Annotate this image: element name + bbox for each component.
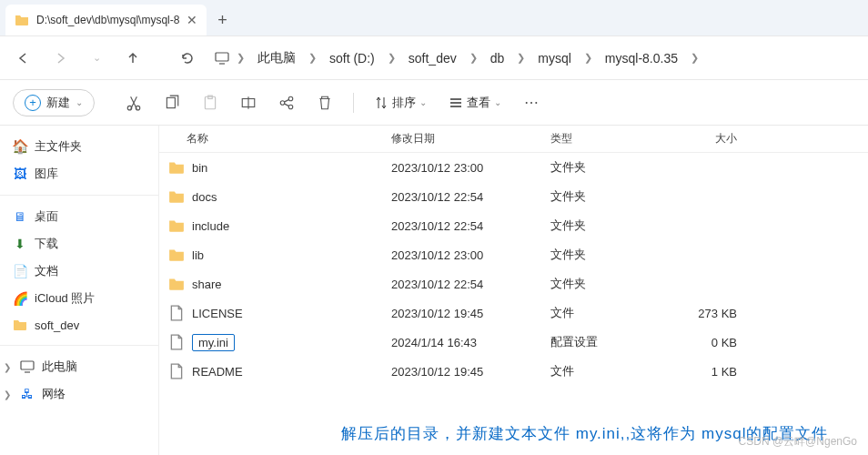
cut-button[interactable] <box>118 87 149 118</box>
forward-button[interactable] <box>44 42 76 75</box>
file-size: 273 KB <box>664 307 755 320</box>
sort-button[interactable]: 排序 ⌄ <box>367 91 434 115</box>
paste-icon <box>202 95 218 111</box>
chevron-right-icon[interactable]: ❯ <box>582 52 594 64</box>
copy-button[interactable] <box>156 87 187 118</box>
document-icon: 📄 <box>13 264 27 278</box>
sort-icon <box>374 96 389 110</box>
sidebar-item-label: iCloud 照片 <box>35 290 95 307</box>
delete-button[interactable] <box>309 87 340 118</box>
sidebar-item-soft_dev[interactable]: soft_dev <box>0 312 158 338</box>
col-type[interactable]: 类型 <box>550 131 664 147</box>
close-tab-icon[interactable]: ✕ <box>187 13 197 27</box>
folder-icon <box>168 217 185 234</box>
file-name: LICENSE <box>192 307 243 320</box>
share-icon <box>278 95 295 111</box>
file-name: lib <box>192 248 204 262</box>
sidebar-item-网络[interactable]: ❯🖧网络 <box>0 380 158 408</box>
share-button[interactable] <box>271 87 302 118</box>
crumb-0[interactable]: 此电脑 <box>252 46 301 70</box>
back-button[interactable] <box>7 42 40 75</box>
toolbar: + 新建 ⌄ 排序 ⌄ 查看 ⌄ ⋯ <box>0 80 868 126</box>
file-row[interactable]: lib2023/10/12 23:00文件夹 <box>159 240 868 269</box>
sidebar-item-此电脑[interactable]: ❯此电脑 <box>0 353 158 380</box>
sidebar-item-label: 主文件夹 <box>35 138 82 155</box>
file-date: 2023/10/12 22:54 <box>391 219 550 233</box>
sidebar-item-主文件夹[interactable]: 🏠主文件夹 <box>0 133 158 160</box>
folder-icon <box>168 159 185 176</box>
file-type: 配置设置 <box>550 334 664 350</box>
col-date[interactable]: 修改日期 <box>391 131 550 147</box>
chevron-right-icon[interactable]: ❯ <box>386 52 398 64</box>
sidebar-item-label: 图库 <box>35 166 58 182</box>
chevron-right-icon[interactable]: ❯ <box>689 52 701 64</box>
file-date: 2023/10/12 22:54 <box>391 190 550 204</box>
crumb-5[interactable]: mysql-8.0.35 <box>600 47 683 69</box>
file-row[interactable]: my.ini2024/1/14 16:43配置设置0 KB <box>159 328 868 357</box>
refresh-icon <box>180 51 195 66</box>
sidebar-item-图库[interactable]: 🖼图库 <box>0 160 158 187</box>
view-button[interactable]: 查看 ⌄ <box>441 91 509 115</box>
window-tab[interactable]: D:\soft_dev\db\mysql\mysql-8 ✕ <box>5 5 207 35</box>
crumb-1[interactable]: soft (D:) <box>324 47 380 69</box>
folder-icon <box>168 276 185 292</box>
chevron-down-icon: ⌄ <box>76 97 83 107</box>
sidebar-item-label: 此电脑 <box>42 359 77 375</box>
watermark: CSDN @云畔@NgenGo <box>739 434 857 450</box>
column-headers[interactable]: 名称 修改日期 类型 大小 <box>159 126 868 153</box>
file-row[interactable]: README2023/10/12 19:45文件1 KB <box>159 357 868 386</box>
tab-title: D:\soft_dev\db\mysql\mysql-8 <box>36 14 179 26</box>
crumb-2[interactable]: soft_dev <box>403 47 462 69</box>
file-name: bin <box>192 161 207 175</box>
crumb-3[interactable]: db <box>485 47 510 69</box>
breadcrumb[interactable]: ❯ 此电脑❯ soft (D:)❯ soft_dev❯ db❯ mysql❯ m… <box>207 46 861 70</box>
recent-button[interactable]: ⌄ <box>80 42 113 75</box>
col-name[interactable]: 名称 <box>159 131 391 147</box>
home-icon: 🏠 <box>13 139 27 154</box>
trash-icon <box>317 95 333 111</box>
pc-icon <box>20 359 35 374</box>
sidebar-item-label: 网络 <box>42 386 66 402</box>
chevron-right-icon[interactable]: ❯ <box>235 52 247 64</box>
file-date: 2023/10/12 19:45 <box>391 307 550 320</box>
sidebar-item-桌面[interactable]: 🖥桌面 <box>0 203 158 230</box>
file-date: 2023/10/12 23:00 <box>391 161 550 175</box>
sidebar-item-iCloud 照片[interactable]: 🌈iCloud 照片 <box>0 285 158 312</box>
file-name: share <box>192 278 222 291</box>
refresh-button[interactable] <box>171 42 204 75</box>
folder-icon <box>168 247 185 263</box>
chevron-right-icon[interactable]: ❯ <box>515 52 527 64</box>
crumb-4[interactable]: mysql <box>532 47 577 69</box>
chevron-right-icon[interactable]: ❯ <box>468 52 479 64</box>
file-row[interactable]: share2023/10/12 22:54文件夹 <box>159 269 868 298</box>
file-name: README <box>192 365 243 379</box>
sidebar-item-文档[interactable]: 📄文档 <box>0 258 158 285</box>
new-button[interactable]: + 新建 ⌄ <box>13 89 95 116</box>
sidebar-item-label: 下载 <box>35 236 58 252</box>
file-row[interactable]: LICENSE2023/10/12 19:45文件273 KB <box>159 298 868 328</box>
file-date: 2024/1/14 16:43 <box>391 336 550 349</box>
file-name: include <box>192 219 229 233</box>
sidebar-item-label: 桌面 <box>35 208 58 225</box>
sidebar-item-label: 文档 <box>35 263 58 279</box>
icloud-icon: 🌈 <box>13 291 27 306</box>
col-size[interactable]: 大小 <box>664 131 755 147</box>
file-row[interactable]: docs2023/10/12 22:54文件夹 <box>159 182 868 211</box>
file-row[interactable]: include2023/10/12 22:54文件夹 <box>159 211 868 240</box>
file-name: docs <box>192 190 217 204</box>
new-tab-button[interactable]: + <box>207 5 237 35</box>
more-button[interactable]: ⋯ <box>516 87 547 118</box>
file-size: 0 KB <box>664 336 755 349</box>
file-row[interactable]: bin2023/10/12 23:00文件夹 <box>159 153 868 182</box>
file-date: 2023/10/12 23:00 <box>391 248 550 262</box>
paste-button[interactable] <box>195 87 226 118</box>
caret-icon: ❯ <box>4 389 13 399</box>
file-date: 2023/10/12 22:54 <box>391 278 550 291</box>
file-list: bin2023/10/12 23:00文件夹docs2023/10/12 22:… <box>159 153 868 455</box>
sidebar-item-下载[interactable]: ⬇下载 <box>0 230 158 258</box>
up-button[interactable] <box>116 42 149 75</box>
rename-button[interactable] <box>233 87 264 118</box>
gallery-icon: 🖼 <box>13 167 27 181</box>
arrow-up-icon <box>126 51 140 66</box>
chevron-right-icon[interactable]: ❯ <box>307 52 318 64</box>
